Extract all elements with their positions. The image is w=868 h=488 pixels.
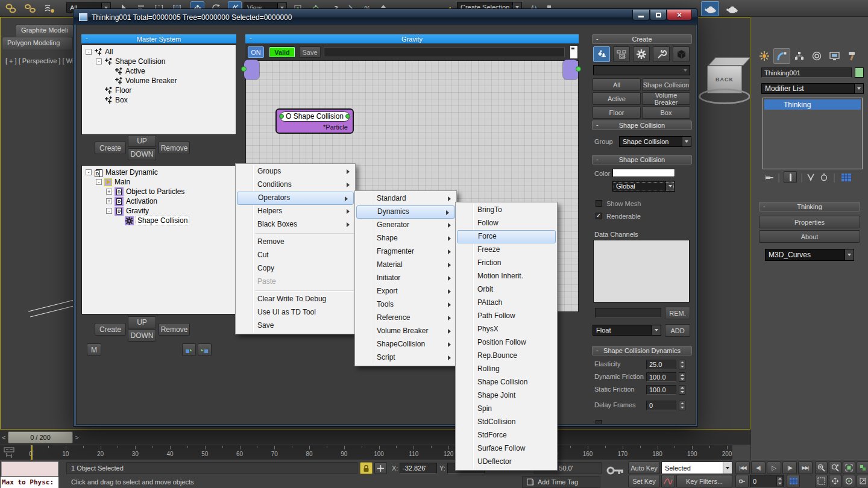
expand-icon[interactable]: + <box>106 189 112 195</box>
menu-item-reference[interactable]: Reference <box>355 311 456 325</box>
auto-key-button[interactable]: Auto Key <box>628 461 660 474</box>
remove-channel-button[interactable]: REM. <box>665 307 690 319</box>
remove-modifier-icon[interactable] <box>820 174 828 181</box>
create-blackbox-icon[interactable] <box>673 46 690 62</box>
time-slider[interactable]: 0 / 200 <box>8 431 73 443</box>
menu-item-spin[interactable]: Spin <box>456 402 557 416</box>
param-field-dynamic-friction[interactable]: 100.0 <box>646 372 676 382</box>
down-button[interactable]: DOWN <box>128 330 156 342</box>
shape-collision-group-rollout-header[interactable]: - Shape Collision <box>592 120 692 130</box>
time-configuration-icon[interactable] <box>787 475 800 487</box>
absolute-offset-toggle[interactable] <box>374 462 387 474</box>
menu-item-fragmenter[interactable]: Fragmenter <box>355 245 456 258</box>
menu-item-physx[interactable]: PhysX <box>456 323 557 336</box>
menu-item-generator[interactable]: Generator <box>355 219 456 232</box>
on-button[interactable]: ON <box>248 46 264 58</box>
shape-collision-dynamics-rollout-header[interactable]: - Shape Collision Dynamics <box>592 346 692 355</box>
create-operator-icon[interactable] <box>633 46 650 62</box>
export-tree-icon[interactable] <box>182 343 196 356</box>
modifier-stack[interactable]: Thinking <box>763 98 863 169</box>
zoom-icon[interactable] <box>815 461 828 474</box>
create-floor-button[interactable]: Floor <box>593 106 641 119</box>
maximize-viewport-toggle[interactable] <box>857 475 868 487</box>
renderable-checkbox[interactable] <box>596 213 602 219</box>
spline-object[interactable] <box>30 305 76 318</box>
param-spinner-elasticity[interactable] <box>679 360 685 369</box>
remove-button[interactable]: Remove <box>159 323 190 336</box>
tree-item-main[interactable]: -Main <box>82 177 236 187</box>
menu-item-copy[interactable]: Copy <box>236 262 355 275</box>
modify-tab-icon[interactable] <box>773 48 790 64</box>
minimap-box[interactable] <box>570 45 578 59</box>
create-tab-icon[interactable] <box>756 48 773 64</box>
menu-item-dynamics[interactable]: Dynamics <box>356 205 455 219</box>
menu-item-material[interactable]: Material <box>355 258 456 272</box>
tree-item-gravity[interactable]: -DGravity <box>82 206 236 216</box>
tree-item-all[interactable]: -All <box>82 47 236 57</box>
thinking-rollout-header[interactable]: - Thinking <box>759 202 860 211</box>
menu-item-udeflector[interactable]: UDeflector <box>456 455 557 469</box>
collapse-icon[interactable]: - <box>96 58 102 64</box>
zoom-all-icon[interactable] <box>829 461 841 474</box>
zoom-extents-icon[interactable] <box>843 461 855 474</box>
selection-set-dropdown[interactable]: Selected <box>661 461 732 474</box>
menu-item-standard[interactable]: Standard <box>355 192 456 205</box>
hierarchy-tab-icon[interactable] <box>791 48 808 64</box>
selection-lock-toggle[interactable] <box>360 462 373 474</box>
collapse-icon[interactable]: - <box>106 208 112 214</box>
next-frame-button[interactable]: ||▶ <box>782 461 797 474</box>
param-spinner-delay-frames[interactable] <box>679 401 685 410</box>
collapse-icon[interactable]: - <box>86 49 92 55</box>
create-particles-icon[interactable] <box>593 46 610 62</box>
tree-item-shape-collision[interactable]: -Shape Collision <box>82 57 236 66</box>
ribbon-tab-graphite-modeling[interactable]: Graphite Modeli <box>16 24 74 37</box>
select-and-link-icon[interactable] <box>4 1 17 15</box>
modifier-stack-item-thinking[interactable]: Thinking <box>764 99 861 110</box>
param-spinner-static-friction[interactable] <box>679 385 685 395</box>
color-swatch[interactable] <box>612 169 675 177</box>
utilities-tab-icon[interactable] <box>843 48 860 64</box>
key-mode-toggle[interactable] <box>735 475 749 487</box>
master-system-rollout-header[interactable]: - Master System <box>81 34 236 43</box>
object-name-field[interactable]: Thinking001 <box>761 67 852 78</box>
input-connector[interactable] <box>244 60 259 80</box>
tree-item-active[interactable]: Active <box>82 66 236 76</box>
collapse-icon[interactable]: - <box>86 169 92 175</box>
menu-item-shape[interactable]: Shape <box>355 232 456 245</box>
up-button[interactable]: UP <box>128 135 156 147</box>
tree-item-master-dynamic[interactable]: -DMaster Dynamic <box>82 167 236 177</box>
tree-item-box[interactable]: Box <box>82 95 236 105</box>
param-spinner-dynamic-friction[interactable] <box>679 372 685 382</box>
expand-icon[interactable]: + <box>106 198 112 204</box>
master-dynamic-tree[interactable]: -DMaster Dynamic-Main+DObject to Particl… <box>81 165 236 314</box>
motion-tab-icon[interactable] <box>808 48 825 64</box>
menu-item-cut[interactable]: Cut <box>236 249 355 262</box>
show-mesh-checkbox[interactable] <box>596 200 602 207</box>
menu-item-force[interactable]: Force <box>457 230 556 243</box>
create-helper-icon[interactable] <box>653 46 670 62</box>
viewcube-top-face[interactable] <box>708 57 751 66</box>
tree-item-floor[interactable]: Floor <box>82 86 236 95</box>
menu-item-orbit[interactable]: Orbit <box>456 283 557 296</box>
menu-item-freeze[interactable]: Freeze <box>456 243 557 257</box>
menu-item-position-follow[interactable]: Position Follow <box>456 336 557 349</box>
param-field-elasticity[interactable]: 25.0 <box>646 360 676 369</box>
timeline-left-arrow[interactable]: < <box>1 431 7 443</box>
render-setup-icon[interactable] <box>701 1 719 16</box>
pin-stack-icon[interactable] <box>764 174 774 182</box>
menu-item-black-boxes[interactable]: Black Boxes <box>236 218 355 231</box>
data-channels-list[interactable] <box>593 240 690 302</box>
menu-item-shapecollision[interactable]: ShapeCollision <box>355 338 456 351</box>
viewcube-ring[interactable] <box>699 89 750 104</box>
x-coordinate-field[interactable]: -32.826' <box>400 463 437 474</box>
spline-object[interactable] <box>28 300 74 312</box>
param-field-delay-frames[interactable]: 0 <box>646 401 676 410</box>
menu-item-operators[interactable]: Operators <box>237 192 354 205</box>
ribbon-tab-polygon-modeling[interactable]: Polygon Modeling <box>2 37 73 49</box>
output-connector[interactable] <box>563 60 578 80</box>
menu-item-motion-inherit[interactable]: Motion Inherit. <box>456 270 557 283</box>
create-rollout-header[interactable]: - Create <box>592 34 692 44</box>
time-ruler[interactable]: 0102030405060708090100110120130140150160… <box>0 445 732 460</box>
unlink-selection-icon[interactable] <box>23 1 37 15</box>
group-dropdown[interactable]: Shape Collision <box>619 136 691 147</box>
